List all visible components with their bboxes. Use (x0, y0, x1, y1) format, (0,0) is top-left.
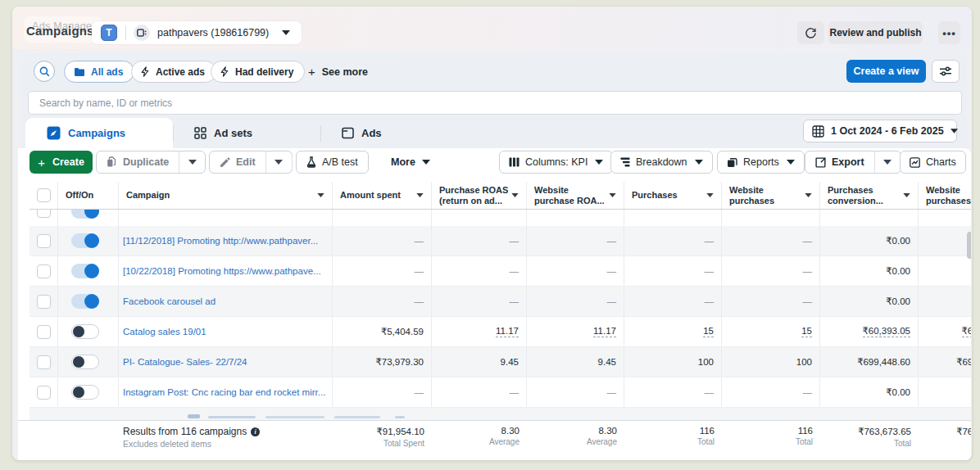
sort-caret-icon[interactable] (805, 193, 812, 197)
export-icon (815, 157, 826, 168)
date-range-label: 1 Oct 2024 - 6 Feb 2025 (831, 125, 944, 137)
tab-ads[interactable]: Ads (320, 118, 468, 148)
filter-pill-active-ads[interactable]: Active ads (131, 61, 216, 83)
more-button[interactable]: More (383, 151, 438, 174)
tab-campaigns[interactable]: Campaigns (25, 118, 173, 148)
row-checkbox[interactable] (37, 264, 51, 278)
refresh-button[interactable] (797, 21, 824, 44)
column-header-label: Campaign (119, 190, 170, 201)
filter-pill-had-delivery[interactable]: Had delivery (211, 61, 305, 83)
campaign-toggle[interactable] (71, 210, 99, 219)
row-checkbox[interactable] (37, 325, 51, 339)
column-header-label: Website purchase ROA... (527, 185, 605, 206)
sort-caret-icon[interactable] (903, 193, 910, 197)
campaign-name-link[interactable]: Instagram Post: Cnc racing bar end rocke… (119, 387, 325, 397)
metric-value: ₹5,404.59 (381, 326, 424, 337)
filter-pill-all-ads[interactable]: All ads (64, 61, 134, 83)
campaign-toggle[interactable] (71, 294, 99, 309)
row-checkbox[interactable] (37, 355, 51, 369)
see-more-button[interactable]: + See more (308, 61, 368, 83)
campaign-toggle[interactable] (71, 233, 99, 248)
columns-label: Columns: KPI (525, 156, 588, 168)
more-options-button[interactable]: ••• (938, 21, 960, 44)
create-button[interactable]: + Create (29, 151, 93, 174)
sort-caret-icon[interactable] (706, 193, 714, 197)
column-header-label: Purchase ROAS (return on ad... (432, 185, 508, 206)
ad-account-selector[interactable]: T pathpavers (198616799) (92, 21, 302, 44)
chevron-down-icon (787, 160, 795, 165)
footer-total-roas: 8.30Average (432, 421, 527, 457)
campaign-name-link[interactable]: Catalog sales 19/01 (119, 327, 206, 337)
column-header-webroas[interactable]: Website purchase ROA... (527, 182, 624, 209)
chevron-down-icon (595, 160, 603, 165)
campaign-name-link[interactable]: PI- Catalogue- Sales- 22/7/24 (119, 357, 247, 367)
metric-value: — (705, 296, 715, 306)
edit-caret-button[interactable] (265, 151, 292, 173)
columns-icon (509, 157, 519, 167)
campaign-toggle[interactable] (71, 324, 99, 339)
filter-settings-button[interactable] (932, 60, 960, 83)
table-row: PI- Catalogue- Sales- 22/7/24₹73,979.309… (29, 347, 971, 377)
metric-value: ₹699,448.60 (857, 356, 910, 368)
campaign-name-link[interactable]: Facebook carousel ad (119, 296, 216, 306)
metric-value: 11.17 (593, 326, 616, 337)
metric-value: — (705, 266, 715, 276)
export-button[interactable]: Export (805, 151, 874, 173)
export-label: Export (832, 156, 864, 168)
campaign-toggle[interactable] (71, 355, 99, 369)
campaign-toggle[interactable] (71, 264, 99, 278)
column-header-spent[interactable]: Amount spent (333, 182, 432, 209)
sort-caret-icon[interactable] (511, 193, 519, 197)
toolbar-separator (292, 153, 293, 171)
plus-icon: + (38, 156, 45, 169)
review-and-publish-button[interactable]: Review and publish (828, 21, 923, 44)
sort-caret-icon[interactable] (317, 193, 324, 197)
total-label: Total Spent (333, 439, 432, 448)
vertical-scrollbar[interactable] (967, 232, 971, 259)
row-checkbox[interactable] (37, 295, 51, 309)
column-header-roas[interactable]: Purchase ROAS (return on ad... (432, 182, 527, 209)
export-caret-button[interactable] (874, 151, 901, 173)
row-checkbox[interactable] (37, 234, 51, 248)
metric-value: 9.45 (598, 357, 616, 367)
table-row: [11/12/2018] Promoting http://www.pathpa… (29, 226, 971, 256)
total-value: 116 (624, 421, 722, 436)
date-range-selector[interactable]: 1 Oct 2024 - 6 Feb 2025 (803, 120, 957, 142)
create-a-view-button[interactable]: Create a view (846, 60, 926, 83)
ab-test-button[interactable]: A/B test (296, 151, 369, 174)
column-header-label: Purchases (624, 190, 678, 201)
metric-value: — (803, 296, 813, 306)
column-header-webconv[interactable]: Website purchases (919, 182, 971, 209)
table-footer: Results from 116 campaignsiExcludes dele… (18, 420, 971, 456)
column-header-label: Website purchases (919, 185, 971, 206)
column-header-convval[interactable]: Purchases conversion... (820, 182, 919, 209)
info-icon[interactable]: i (251, 427, 260, 436)
select-all-checkbox[interactable] (37, 188, 51, 202)
duplicate-button[interactable]: Duplicate (97, 151, 179, 173)
metric-value: ₹699,448.60 (956, 356, 971, 368)
campaign-name-link[interactable]: [11/12/2018] Promoting http://www.pathpa… (119, 236, 318, 246)
column-header-webpurch[interactable]: Website purchases (722, 182, 820, 209)
breakdown-button[interactable]: Breakdown (610, 151, 713, 174)
reports-button[interactable]: Reports (717, 151, 805, 174)
campaign-name-link[interactable]: [10/22/2018] Promoting https://www.pathp… (119, 266, 321, 276)
edit-button[interactable]: Edit (210, 151, 265, 173)
charts-button[interactable]: Charts (900, 151, 966, 174)
metric-value: 11.17 (496, 326, 519, 337)
column-header-name[interactable]: Campaign (119, 182, 333, 209)
sort-caret-icon[interactable] (416, 193, 424, 197)
row-checkbox[interactable] (37, 210, 51, 218)
search-filter-button[interactable] (34, 61, 55, 82)
total-label: Total (820, 439, 919, 448)
column-header-purchases[interactable]: Purchases (624, 182, 722, 209)
campaign-toggle[interactable] (71, 385, 99, 400)
search-input[interactable]: Search by name, ID or metrics (28, 91, 962, 115)
excludes-note: Excludes deleted items (123, 439, 333, 449)
columns-button[interactable]: Columns: KPI (499, 151, 613, 174)
sort-caret-icon[interactable] (609, 193, 616, 197)
duplicate-split-button: Duplicate (96, 151, 206, 174)
duplicate-caret-button[interactable] (179, 151, 205, 173)
metric-value: — (415, 387, 424, 397)
tab-ad-sets[interactable]: Ad sets (173, 118, 320, 148)
row-checkbox[interactable] (37, 386, 51, 400)
